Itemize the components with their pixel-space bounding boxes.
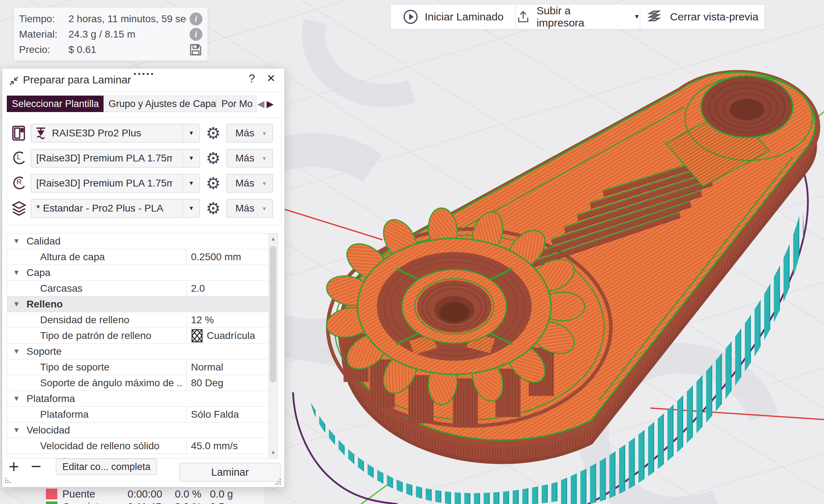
upload-icon	[516, 9, 531, 25]
help-button[interactable]: ?	[249, 72, 255, 85]
slice-button[interactable]: Laminar	[179, 463, 281, 481]
setting-value[interactable]: 80 Deg	[191, 377, 223, 389]
settings-group-row[interactable]: ▼ Capa	[7, 265, 269, 281]
info-icon[interactable]: i	[190, 13, 202, 25]
tab-scroll-right-icon[interactable]: ▶	[267, 98, 274, 110]
resize-grip-left-icon[interactable]	[4, 477, 11, 484]
settings-item-row[interactable]: Tipo de patrón de relleno Cuadrícula	[7, 328, 269, 344]
collapse-triangle-icon[interactable]: ▼	[13, 394, 20, 403]
left-filament-more-button[interactable]: Más▼	[226, 149, 273, 168]
tab-por-modelo[interactable]: Por Mo	[216, 96, 257, 112]
feature-type-legend: Puente 0:00:00 0.0 % 0.0 g Cara interna …	[45, 488, 264, 504]
settings-item-row[interactable]: Velocidad de relleno sólido 45.0 mm/s	[7, 438, 269, 454]
resize-grip-right-icon[interactable]	[274, 479, 282, 485]
close-dialog-button[interactable]: ✕	[267, 72, 276, 84]
left-filament-select-value: [Raise3D] Premium PLA 1.75mm	[36, 152, 172, 164]
scroll-down-icon[interactable]: ▼	[269, 447, 278, 458]
save-icon[interactable]	[189, 43, 202, 57]
setting-value[interactable]: 45.0 mm/s	[191, 440, 238, 452]
settings-group-row[interactable]: ▼ Soporte	[7, 344, 269, 359]
collapse-triangle-icon[interactable]: ▼	[13, 268, 20, 277]
setting-value[interactable]: 0.2500 mm	[191, 251, 241, 263]
edit-full-config-button[interactable]: Editar co... completa	[56, 459, 157, 475]
legend-time: 0:11:45	[128, 501, 175, 504]
dialog-footer: + − Editar co... completa Laminar	[2, 459, 284, 487]
legend-weight: 2.5 g	[210, 501, 242, 504]
settings-group-row[interactable]: ▼ Plataforma	[7, 391, 269, 407]
stat-material-row: Material: 24.3 g / 8.15 m i	[19, 26, 202, 42]
settings-group-row[interactable]: ▼ Avanzado	[7, 454, 269, 459]
tab-scroll-left-icon[interactable]: ◀	[257, 98, 264, 110]
settings-item-row[interactable]: Plataforma Sólo Falda	[7, 407, 269, 422]
more-label: Más	[235, 152, 254, 164]
settings-item-row[interactable]: Carcasas 2.0	[7, 281, 269, 296]
add-setting-button[interactable]: +	[9, 459, 19, 474]
chevron-down-icon: ▼	[262, 155, 267, 161]
right-filament-select[interactable]: [Raise3D] Premium PLA 1.75mm ▼	[31, 174, 200, 193]
setting-value[interactable]: 12 %	[191, 314, 214, 326]
collapse-triangle-icon[interactable]: ▼	[13, 300, 20, 308]
settings-group-row[interactable]: ▼ Velocidad	[7, 422, 269, 438]
stat-price-row: Precio: $ 0.61	[19, 42, 202, 57]
tab-label: Por Mo	[221, 98, 253, 110]
chevron-down-icon[interactable]: ▼	[634, 13, 640, 20]
template-select[interactable]: * Estandar - Pro2 Plus - PLA ▼	[31, 199, 200, 218]
chevron-down-icon[interactable]: ▼	[183, 199, 200, 217]
upload-to-printer-button[interactable]: Subir a impresora ▼	[515, 5, 640, 29]
stat-price-label: Precio:	[19, 44, 68, 55]
setting-value[interactable]: Normal	[191, 362, 223, 373]
chevron-down-icon: ▼	[262, 130, 267, 136]
left-filament-select[interactable]: [Raise3D] Premium PLA 1.75mm ▼	[31, 149, 200, 168]
more-label: Más	[235, 203, 254, 214]
gear-icon[interactable]: ⚙	[200, 150, 226, 166]
gear-icon[interactable]: ⚙	[200, 125, 226, 141]
printer-select[interactable]: RAISE3D Pro2 Plus ▼	[31, 124, 200, 142]
upload-to-printer-label: Subir a impresora	[537, 5, 619, 29]
collapse-dialog-icon[interactable]	[7, 74, 21, 88]
setting-value[interactable]: Sólo Falda	[191, 409, 239, 420]
settings-item-row[interactable]: Densidad de relleno 12 %	[7, 312, 269, 328]
printer-more-button[interactable]: Más▼	[226, 124, 273, 142]
setting-label: Densidad de relleno	[40, 314, 183, 326]
scrollbar-thumb[interactable]	[270, 246, 276, 382]
chevron-down-icon[interactable]: ▼	[183, 174, 200, 192]
gear-icon[interactable]: ⚙	[200, 200, 226, 217]
chevron-down-icon[interactable]: ▼	[183, 124, 200, 142]
template-selector-row: * Estandar - Pro2 Plus - PLA ▼ ⚙ Más▼	[7, 199, 281, 218]
collapse-triangle-icon[interactable]: ▼	[13, 426, 20, 434]
setting-value[interactable]: Cuadrícula	[207, 330, 255, 341]
scroll-up-icon[interactable]: ▲	[269, 233, 278, 244]
legend-row-cara-interna[interactable]: Cara interna 0:11:45 8.9 % 2.5 g	[45, 500, 264, 504]
chevron-down-icon[interactable]: ▼	[183, 149, 200, 167]
settings-group-row[interactable]: ▼ Calidad	[7, 233, 269, 249]
template-more-button[interactable]: Más▼	[226, 199, 273, 218]
drag-handle-icon[interactable]	[134, 73, 153, 75]
more-label: Más	[235, 127, 254, 139]
setting-label: Altura de capa	[40, 251, 183, 263]
legend-row-puente[interactable]: Puente 0:00:00 0.0 % 0.0 g	[45, 488, 264, 500]
collapse-triangle-icon[interactable]: ▼	[13, 347, 20, 355]
settings-item-row[interactable]: Altura de capa 0.2500 mm	[7, 249, 269, 265]
svg-text:L: L	[17, 153, 21, 161]
setting-value[interactable]: 2.0	[191, 283, 205, 294]
gear-icon[interactable]: ⚙	[200, 175, 226, 192]
settings-group-row-selected[interactable]: ▼ Relleno	[7, 296, 269, 312]
close-preview-button[interactable]: Cerrar vista-previa	[640, 5, 765, 29]
group-label: Plataforma	[27, 393, 75, 404]
more-label: Más	[235, 178, 254, 189]
info-icon[interactable]: i	[190, 28, 202, 41]
group-label: Relleno	[27, 299, 63, 310]
tab-grupo-y-ajustes-de-capa[interactable]: Grupo y Ajustes de Capa	[104, 96, 216, 112]
tab-label: Seleccionar Plantilla	[12, 98, 99, 110]
remove-setting-button[interactable]: −	[31, 459, 41, 474]
tab-seleccionar-plantilla[interactable]: Seleccionar Plantilla	[7, 96, 104, 112]
settings-item-row[interactable]: Tipo de soporte Normal	[7, 359, 269, 375]
template-icon	[11, 200, 27, 217]
start-slicing-button[interactable]: Iniciar Laminado	[391, 5, 515, 29]
dialog-titlebar[interactable]: Preparar para Laminar ? ✕	[2, 68, 284, 92]
right-filament-more-button[interactable]: Más▼	[226, 174, 273, 193]
printer-selector-row: RAISE3D Pro2 Plus ▼ ⚙ Más▼	[7, 124, 281, 142]
settings-scrollbar[interactable]: ▲ ▼	[268, 233, 278, 458]
collapse-triangle-icon[interactable]: ▼	[13, 237, 20, 245]
settings-item-row[interactable]: Soporte de ángulo máximo de ... 80 Deg	[7, 375, 269, 391]
